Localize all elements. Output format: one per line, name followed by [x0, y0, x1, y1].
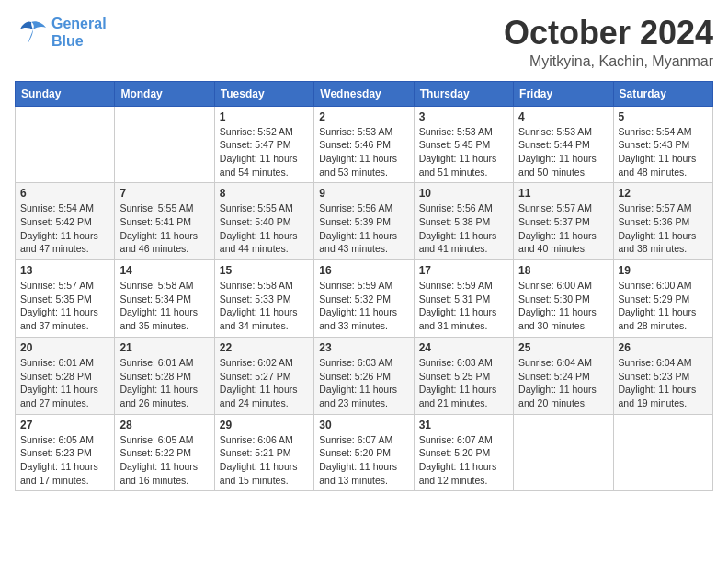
weekday-header: Monday — [115, 81, 214, 106]
day-info: Sunrise: 6:00 AM Sunset: 5:29 PM Dayligh… — [619, 279, 708, 333]
calendar-cell: 7Sunrise: 5:55 AM Sunset: 5:41 PM Daylig… — [115, 183, 214, 260]
day-info: Sunrise: 5:53 AM Sunset: 5:44 PM Dayligh… — [518, 125, 608, 179]
day-number: 2 — [319, 110, 408, 123]
month-title: October 2024 — [504, 15, 713, 52]
day-info: Sunrise: 6:00 AM Sunset: 5:30 PM Dayligh… — [518, 279, 608, 333]
day-info: Sunrise: 5:59 AM Sunset: 5:32 PM Dayligh… — [319, 279, 408, 333]
day-info: Sunrise: 6:03 AM Sunset: 5:25 PM Dayligh… — [419, 356, 508, 410]
day-number: 20 — [20, 341, 109, 354]
day-info: Sunrise: 6:04 AM Sunset: 5:23 PM Dayligh… — [619, 356, 708, 410]
day-number: 3 — [419, 110, 508, 123]
day-number: 13 — [20, 264, 109, 277]
day-number: 6 — [20, 187, 109, 200]
logo-icon — [15, 18, 48, 46]
calendar-week-row: 6Sunrise: 5:54 AM Sunset: 5:42 PM Daylig… — [16, 183, 713, 260]
day-info: Sunrise: 6:05 AM Sunset: 5:22 PM Dayligh… — [119, 433, 209, 488]
calendar-cell: 12Sunrise: 5:57 AM Sunset: 5:36 PM Dayli… — [613, 183, 712, 260]
day-info: Sunrise: 6:01 AM Sunset: 5:28 PM Dayligh… — [20, 356, 109, 410]
calendar-cell — [16, 106, 115, 183]
day-info: Sunrise: 5:56 AM Sunset: 5:38 PM Dayligh… — [419, 201, 508, 256]
calendar-week-row: 20Sunrise: 6:01 AM Sunset: 5:28 PM Dayli… — [16, 337, 713, 414]
day-number: 9 — [319, 187, 408, 200]
logo-text: General Blue — [51, 15, 107, 50]
calendar-cell: 22Sunrise: 6:02 AM Sunset: 5:27 PM Dayli… — [214, 337, 313, 414]
calendar-cell: 4Sunrise: 5:53 AM Sunset: 5:44 PM Daylig… — [514, 106, 613, 183]
day-number: 7 — [119, 187, 209, 200]
calendar-cell — [115, 106, 214, 183]
day-number: 28 — [119, 419, 209, 431]
day-info: Sunrise: 5:57 AM Sunset: 5:35 PM Dayligh… — [20, 279, 109, 333]
day-info: Sunrise: 6:07 AM Sunset: 5:20 PM Dayligh… — [319, 433, 408, 488]
day-info: Sunrise: 5:59 AM Sunset: 5:31 PM Dayligh… — [419, 279, 508, 333]
calendar-table: SundayMondayTuesdayWednesdayThursdayFrid… — [15, 81, 713, 492]
day-info: Sunrise: 5:58 AM Sunset: 5:33 PM Dayligh… — [220, 279, 309, 333]
day-number: 22 — [220, 341, 309, 354]
day-info: Sunrise: 6:01 AM Sunset: 5:28 PM Dayligh… — [119, 356, 209, 410]
day-info: Sunrise: 6:07 AM Sunset: 5:20 PM Dayligh… — [419, 433, 508, 488]
day-number: 15 — [220, 264, 309, 277]
calendar-cell: 14Sunrise: 5:58 AM Sunset: 5:34 PM Dayli… — [115, 260, 214, 338]
day-info: Sunrise: 5:58 AM Sunset: 5:34 PM Dayligh… — [119, 279, 209, 333]
day-info: Sunrise: 5:57 AM Sunset: 5:36 PM Dayligh… — [619, 201, 708, 256]
calendar-cell: 26Sunrise: 6:04 AM Sunset: 5:23 PM Dayli… — [613, 337, 712, 414]
weekday-header: Friday — [514, 81, 613, 106]
calendar-cell: 31Sunrise: 6:07 AM Sunset: 5:20 PM Dayli… — [414, 414, 513, 491]
weekday-header: Sunday — [16, 81, 115, 106]
day-info: Sunrise: 6:04 AM Sunset: 5:24 PM Dayligh… — [518, 356, 608, 410]
day-info: Sunrise: 5:54 AM Sunset: 5:42 PM Dayligh… — [20, 201, 109, 256]
calendar-cell: 13Sunrise: 5:57 AM Sunset: 5:35 PM Dayli… — [16, 260, 115, 338]
calendar-cell: 8Sunrise: 5:55 AM Sunset: 5:40 PM Daylig… — [214, 183, 313, 260]
calendar-cell: 25Sunrise: 6:04 AM Sunset: 5:24 PM Dayli… — [514, 337, 613, 414]
calendar-week-row: 1Sunrise: 5:52 AM Sunset: 5:47 PM Daylig… — [16, 106, 713, 183]
calendar-cell: 6Sunrise: 5:54 AM Sunset: 5:42 PM Daylig… — [16, 183, 115, 260]
calendar-cell: 29Sunrise: 6:06 AM Sunset: 5:21 PM Dayli… — [214, 414, 313, 491]
day-info: Sunrise: 6:02 AM Sunset: 5:27 PM Dayligh… — [220, 356, 309, 410]
day-info: Sunrise: 5:55 AM Sunset: 5:40 PM Dayligh… — [220, 201, 309, 256]
day-info: Sunrise: 5:57 AM Sunset: 5:37 PM Dayligh… — [518, 201, 608, 256]
location-title: Myitkyina, Kachin, Myanmar — [504, 53, 713, 70]
day-info: Sunrise: 6:05 AM Sunset: 5:23 PM Dayligh… — [20, 433, 109, 488]
weekday-header: Saturday — [613, 81, 712, 106]
calendar-cell: 21Sunrise: 6:01 AM Sunset: 5:28 PM Dayli… — [115, 337, 214, 414]
calendar-cell: 30Sunrise: 6:07 AM Sunset: 5:20 PM Dayli… — [314, 414, 414, 491]
day-number: 19 — [619, 264, 708, 277]
day-number: 14 — [119, 264, 209, 277]
day-number: 25 — [518, 341, 608, 354]
day-number: 5 — [619, 110, 708, 123]
calendar-cell — [613, 414, 712, 491]
day-info: Sunrise: 5:56 AM Sunset: 5:39 PM Dayligh… — [319, 201, 408, 256]
day-info: Sunrise: 5:52 AM Sunset: 5:47 PM Dayligh… — [220, 125, 309, 179]
weekday-header: Wednesday — [314, 81, 414, 106]
day-number: 11 — [518, 187, 608, 200]
calendar-cell: 11Sunrise: 5:57 AM Sunset: 5:37 PM Dayli… — [514, 183, 613, 260]
calendar-cell: 19Sunrise: 6:00 AM Sunset: 5:29 PM Dayli… — [613, 260, 712, 338]
day-number: 8 — [220, 187, 309, 200]
day-number: 17 — [419, 264, 508, 277]
weekday-header: Thursday — [414, 81, 513, 106]
calendar-cell: 3Sunrise: 5:53 AM Sunset: 5:45 PM Daylig… — [414, 106, 513, 183]
day-number: 30 — [319, 419, 408, 431]
day-number: 27 — [20, 419, 109, 431]
calendar-cell: 5Sunrise: 5:54 AM Sunset: 5:43 PM Daylig… — [613, 106, 712, 183]
day-info: Sunrise: 5:53 AM Sunset: 5:46 PM Dayligh… — [319, 125, 408, 179]
calendar-cell: 20Sunrise: 6:01 AM Sunset: 5:28 PM Dayli… — [16, 337, 115, 414]
calendar-week-row: 13Sunrise: 5:57 AM Sunset: 5:35 PM Dayli… — [16, 260, 713, 338]
day-number: 24 — [419, 341, 508, 354]
day-number: 29 — [220, 419, 309, 431]
calendar-cell: 9Sunrise: 5:56 AM Sunset: 5:39 PM Daylig… — [314, 183, 414, 260]
title-block: October 2024 Myitkyina, Kachin, Myanmar — [504, 15, 713, 70]
calendar-week-row: 27Sunrise: 6:05 AM Sunset: 5:23 PM Dayli… — [16, 414, 713, 491]
calendar-cell: 2Sunrise: 5:53 AM Sunset: 5:46 PM Daylig… — [314, 106, 414, 183]
page-header: General Blue October 2024 Myitkyina, Kac… — [15, 15, 713, 70]
day-number: 23 — [319, 341, 408, 354]
day-number: 12 — [619, 187, 708, 200]
logo: General Blue — [15, 15, 107, 50]
day-info: Sunrise: 5:55 AM Sunset: 5:41 PM Dayligh… — [119, 201, 209, 256]
day-number: 31 — [419, 419, 508, 431]
day-number: 16 — [319, 264, 408, 277]
calendar-cell: 24Sunrise: 6:03 AM Sunset: 5:25 PM Dayli… — [414, 337, 513, 414]
calendar-cell — [514, 414, 613, 491]
calendar-cell: 27Sunrise: 6:05 AM Sunset: 5:23 PM Dayli… — [16, 414, 115, 491]
day-info: Sunrise: 6:03 AM Sunset: 5:26 PM Dayligh… — [319, 356, 408, 410]
day-info: Sunrise: 6:06 AM Sunset: 5:21 PM Dayligh… — [220, 433, 309, 488]
